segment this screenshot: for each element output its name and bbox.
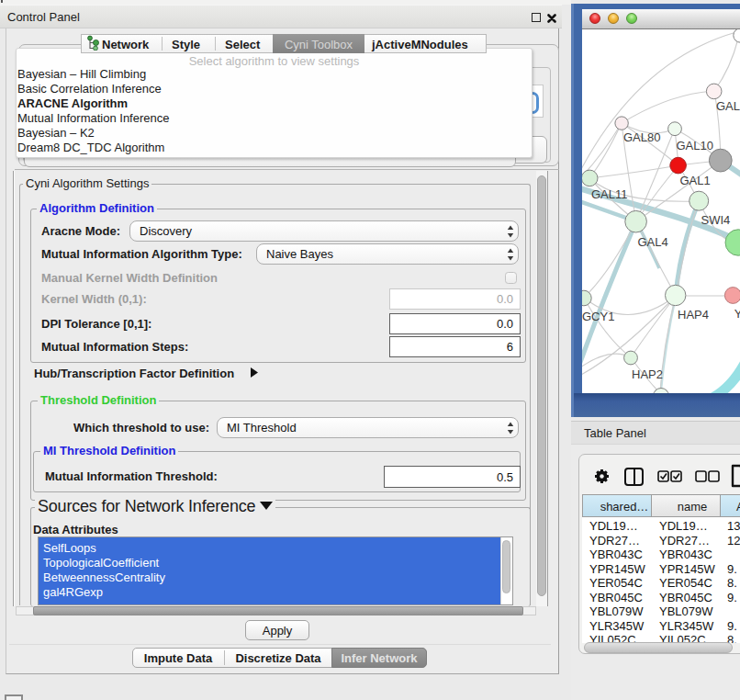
- svg-text:HAP4: HAP4: [678, 308, 709, 322]
- svg-text:GCY1: GCY1: [582, 310, 614, 323]
- svg-text:GAL1: GAL1: [680, 174, 711, 187]
- svg-text:GAL: GAL: [716, 99, 740, 113]
- svg-text:GAL11: GAL11: [591, 187, 628, 201]
- svg-text:GAL4: GAL4: [638, 235, 668, 249]
- svg-text:GAL80: GAL80: [623, 130, 660, 144]
- svg-text:Y: Y: [734, 307, 740, 321]
- svg-text:SWI4: SWI4: [701, 213, 731, 227]
- svg-text:HAP2: HAP2: [632, 367, 663, 381]
- svg-text:GAL10: GAL10: [677, 139, 713, 152]
